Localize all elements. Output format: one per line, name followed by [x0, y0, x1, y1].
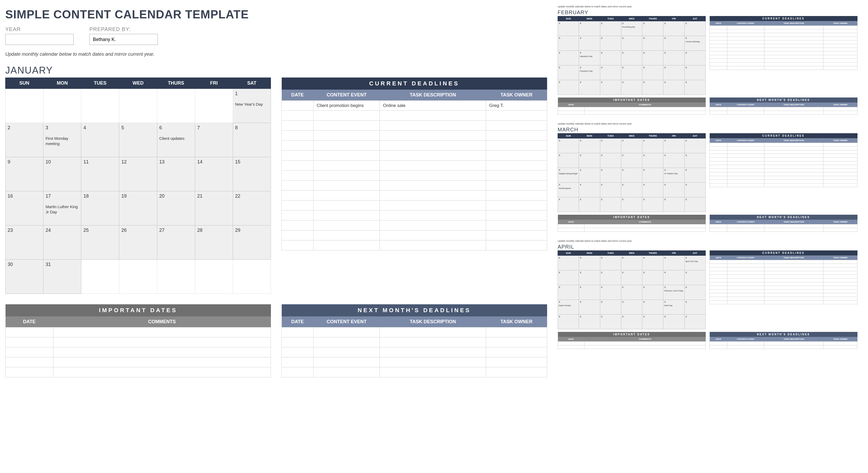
- calendar-cell[interactable]: 1New Year's Day: [233, 89, 271, 123]
- table-cell[interactable]: [710, 59, 727, 63]
- table-cell[interactable]: [823, 345, 857, 349]
- calendar-cell[interactable]: X: [621, 153, 642, 168]
- calendar-cell[interactable]: X: [642, 197, 663, 212]
- calendar-cell[interactable]: X: [558, 270, 579, 285]
- table-cell[interactable]: [823, 107, 857, 111]
- table-cell[interactable]: [486, 201, 547, 210]
- calendar-cell[interactable]: X: [621, 256, 642, 270]
- calendar-cell[interactable]: X: [642, 138, 663, 153]
- table-cell[interactable]: [764, 165, 823, 169]
- table-cell[interactable]: [380, 347, 486, 358]
- calendar-cell[interactable]: [81, 89, 119, 123]
- calendar-cell[interactable]: [43, 89, 81, 123]
- calendar-cell[interactable]: 17Martin Luther King Jr Day: [43, 191, 81, 226]
- calendar-cell[interactable]: X: [600, 51, 621, 65]
- table-cell[interactable]: [282, 191, 313, 201]
- calendar-cell[interactable]: X: [558, 285, 579, 300]
- table-cell[interactable]: [486, 180, 547, 191]
- table-cell[interactable]: [282, 358, 313, 367]
- table-cell[interactable]: [727, 260, 764, 264]
- table-cell[interactable]: [823, 154, 857, 158]
- calendar-cell[interactable]: X: [663, 197, 684, 212]
- table-cell[interactable]: [710, 282, 727, 286]
- table-cell[interactable]: [764, 40, 823, 44]
- table-cell[interactable]: [727, 26, 764, 29]
- table-cell[interactable]: [727, 290, 764, 293]
- table-cell[interactable]: [727, 44, 764, 48]
- table-cell[interactable]: [764, 180, 823, 183]
- calendar-cell[interactable]: XEaster Sunday: [558, 300, 579, 314]
- table-cell[interactable]: [585, 111, 706, 114]
- table-cell[interactable]: [764, 264, 823, 268]
- table-cell[interactable]: [486, 231, 547, 240]
- table-cell[interactable]: [5, 367, 53, 377]
- calendar-cell[interactable]: X: [600, 153, 621, 168]
- calendar-cell[interactable]: [119, 89, 157, 123]
- calendar-cell[interactable]: 3First Monday meeting: [43, 123, 81, 157]
- calendar-cell[interactable]: X: [684, 153, 706, 168]
- year-input[interactable]: [5, 34, 74, 45]
- table-cell[interactable]: Greg T.: [486, 101, 547, 111]
- calendar-cell[interactable]: [157, 260, 195, 294]
- table-cell[interactable]: [486, 337, 547, 347]
- table-cell[interactable]: [486, 221, 547, 231]
- calendar-cell[interactable]: [157, 89, 195, 123]
- table-cell[interactable]: [313, 221, 380, 231]
- table-cell[interactable]: [764, 278, 823, 282]
- table-cell[interactable]: [282, 328, 313, 337]
- calendar-cell[interactable]: X: [663, 182, 684, 197]
- table-cell[interactable]: [282, 347, 313, 358]
- table-cell[interactable]: [380, 221, 486, 231]
- table-cell[interactable]: [727, 37, 764, 40]
- table-cell[interactable]: [710, 345, 727, 349]
- calendar-cell[interactable]: X: [684, 138, 706, 153]
- table-cell[interactable]: [823, 176, 857, 180]
- table-cell[interactable]: [727, 286, 764, 290]
- table-cell[interactable]: [486, 210, 547, 221]
- calendar-cell[interactable]: X: [558, 314, 579, 329]
- calendar-cell[interactable]: X: [621, 270, 642, 285]
- table-cell[interactable]: [727, 271, 764, 275]
- calendar-cell[interactable]: X: [558, 65, 579, 80]
- table-cell[interactable]: [282, 210, 313, 221]
- table-cell[interactable]: [710, 154, 727, 158]
- table-cell[interactable]: [823, 165, 857, 169]
- table-cell[interactable]: [727, 161, 764, 165]
- table-cell[interactable]: [313, 180, 380, 191]
- table-cell[interactable]: [486, 358, 547, 367]
- calendar-cell[interactable]: 14: [195, 157, 233, 191]
- calendar-cell[interactable]: X: [642, 270, 663, 285]
- table-cell[interactable]: [585, 342, 706, 345]
- table-cell[interactable]: [727, 158, 764, 161]
- table-cell[interactable]: [727, 169, 764, 172]
- table-cell[interactable]: [764, 183, 823, 187]
- calendar-cell[interactable]: X: [621, 51, 642, 65]
- calendar-cell[interactable]: 24: [43, 226, 81, 260]
- table-cell[interactable]: [313, 337, 380, 347]
- table-cell[interactable]: [727, 225, 764, 228]
- table-cell[interactable]: [764, 282, 823, 286]
- table-cell[interactable]: [486, 111, 547, 121]
- table-cell[interactable]: [764, 107, 823, 111]
- calendar-cell[interactable]: X: [579, 197, 600, 212]
- table-cell[interactable]: [823, 286, 857, 290]
- calendar-cell[interactable]: X: [579, 256, 600, 270]
- table-cell[interactable]: [727, 176, 764, 180]
- calendar-cell[interactable]: X: [684, 197, 706, 212]
- table-cell[interactable]: [380, 111, 486, 121]
- table-cell[interactable]: [313, 201, 380, 210]
- table-cell[interactable]: [764, 301, 823, 304]
- calendar-cell[interactable]: X: [600, 182, 621, 197]
- table-cell[interactable]: [313, 358, 380, 367]
- table-cell[interactable]: [53, 367, 271, 377]
- table-cell[interactable]: [53, 337, 271, 347]
- table-cell[interactable]: [823, 278, 857, 282]
- table-cell[interactable]: [823, 172, 857, 176]
- calendar-cell[interactable]: X: [600, 168, 621, 182]
- table-cell[interactable]: [823, 37, 857, 40]
- calendar-cell[interactable]: X: [621, 36, 642, 51]
- table-cell[interactable]: [727, 154, 764, 158]
- calendar-cell[interactable]: X: [642, 153, 663, 168]
- table-cell[interactable]: [380, 121, 486, 131]
- table-cell[interactable]: [727, 264, 764, 268]
